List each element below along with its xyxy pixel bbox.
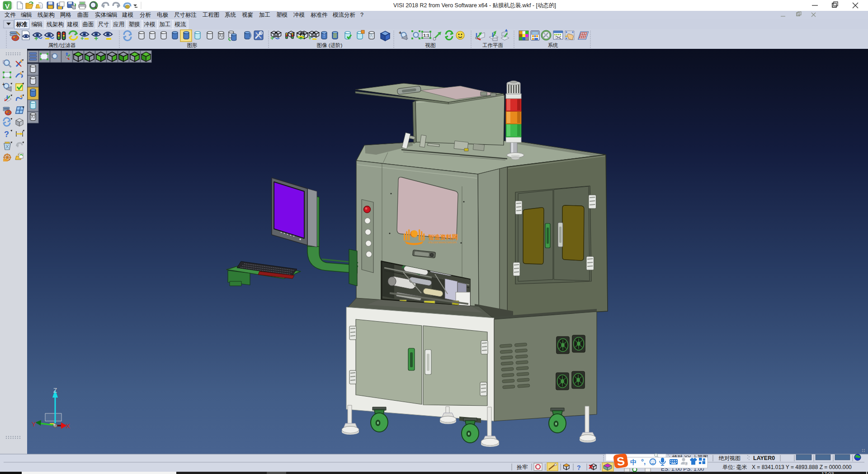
svg-text:塑模: 塑模: [276, 11, 288, 18]
svg-text:中: 中: [630, 459, 637, 466]
svg-text:建模: 建模: [122, 12, 133, 18]
svg-text:+: +: [308, 35, 311, 41]
svg-text:+: +: [270, 34, 274, 42]
svg-text:曲面: 曲面: [77, 12, 89, 18]
svg-text:+: +: [565, 34, 568, 39]
svg-text:1:1: 1:1: [423, 33, 429, 38]
svg-text:X: X: [66, 422, 71, 430]
svg-text:绝对视图: 绝对视图: [718, 455, 741, 461]
svg-text:V: V: [5, 2, 9, 10]
svg-text:冲模: 冲模: [293, 12, 305, 18]
svg-text:加工: 加工: [259, 12, 270, 18]
svg-text:图像 (进阶): 图像 (进阶): [317, 43, 343, 48]
svg-text:工程图: 工程图: [203, 12, 220, 18]
svg-text:尺寸标注: 尺寸标注: [174, 12, 197, 18]
svg-text:+: +: [399, 30, 401, 35]
svg-text:模流分析: 模流分析: [332, 12, 356, 18]
svg-text:应用: 应用: [113, 21, 125, 28]
svg-text:+: +: [80, 35, 84, 42]
svg-text:电极: 电极: [157, 12, 169, 18]
svg-text:X = 8341.013 Y = 4893.888 Z =: X = 8341.013 Y = 4893.888 Z = 0000.000: [752, 464, 852, 470]
svg-text:文件: 文件: [5, 12, 16, 18]
svg-text:?: ?: [4, 130, 9, 139]
svg-text:拴牢: 拴牢: [516, 464, 528, 470]
svg-text:编辑: 编辑: [32, 21, 43, 28]
svg-text:编辑: 编辑: [21, 12, 32, 18]
svg-text:?: ?: [577, 464, 581, 471]
svg-text:标准: 标准: [16, 21, 28, 28]
svg-text:视窗: 视窗: [242, 12, 253, 18]
svg-text:建模: 建模: [67, 21, 79, 28]
svg-text:图形: 图形: [187, 43, 198, 48]
svg-text:智造资料网: 智造资料网: [428, 234, 458, 241]
svg-text:网格: 网格: [60, 12, 71, 18]
svg-text:分析: 分析: [140, 12, 151, 18]
svg-text:LAYER0: LAYER0: [753, 455, 775, 461]
svg-text:°,: °,: [641, 458, 646, 465]
svg-text:单位: 毫米: 单位: 毫米: [722, 464, 747, 470]
svg-text:7: 7: [685, 462, 687, 465]
svg-text:+: +: [94, 34, 98, 42]
svg-text:属性/过滤器: 属性/过滤器: [48, 43, 76, 48]
svg-text:视图: 视图: [425, 43, 436, 48]
svg-text:INTELLIGENT MANUFACTURING DATA: INTELLIGENT MANUFACTURING DATA: [428, 242, 457, 244]
svg-text:模流: 模流: [175, 21, 187, 28]
svg-text:系统: 系统: [225, 12, 236, 18]
svg-text:系统: 系统: [548, 43, 559, 48]
svg-text:?: ?: [360, 12, 363, 18]
svg-text:+: +: [34, 35, 38, 42]
svg-text:工作平面: 工作平面: [482, 43, 503, 48]
svg-text:塑膜: 塑膜: [129, 21, 140, 28]
svg-text:线架构: 线架构: [38, 12, 55, 18]
svg-text:VISI 2018 R2 from Vero Softwar: VISI 2018 R2 from Vero Software x64 - 贴膜…: [393, 2, 556, 9]
svg-text:Z: Z: [53, 387, 57, 394]
svg-text:实体编辑: 实体编辑: [95, 12, 118, 18]
svg-text:Y: Y: [32, 421, 36, 428]
svg-text:加工: 加工: [160, 21, 171, 28]
svg-text:线架构: 线架构: [47, 21, 64, 28]
svg-text:冲模: 冲模: [144, 21, 156, 28]
svg-text:标准件: 标准件: [311, 12, 328, 18]
svg-text:尺寸: 尺寸: [98, 21, 109, 28]
svg-text:曲面: 曲面: [83, 21, 94, 28]
svg-text:17:03: 17:03: [821, 471, 834, 474]
svg-text:+: +: [2, 82, 5, 87]
